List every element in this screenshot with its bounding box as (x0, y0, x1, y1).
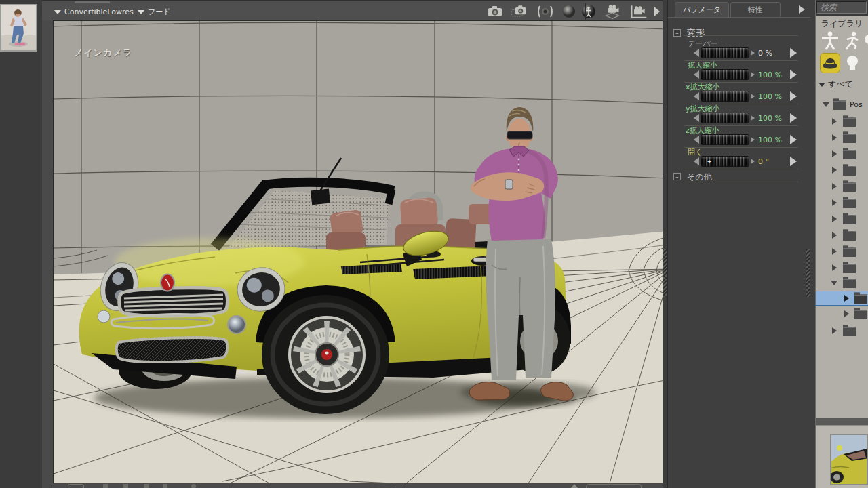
collapsed-icon[interactable] (832, 199, 837, 206)
collapsed-icon[interactable] (832, 232, 837, 239)
collapsed-icon[interactable] (832, 167, 837, 174)
dial-scale: 拡大縮小 100 % (668, 60, 811, 69)
dial-menu-arrow[interactable] (790, 113, 797, 123)
dial-increment-arrow[interactable] (751, 115, 755, 121)
tracking-icon[interactable] (123, 484, 128, 488)
collapsed-icon[interactable] (832, 183, 837, 190)
main-camera-viewport[interactable]: メインカメラ (53, 20, 669, 484)
expand-icon[interactable] (831, 281, 837, 285)
tree-row[interactable] (816, 115, 868, 129)
chevron-down-icon (138, 10, 144, 14)
dial-decrement-arrow[interactable] (694, 49, 699, 57)
dial-knob[interactable] (701, 134, 749, 145)
dial-label: z拡大縮小 (686, 125, 811, 134)
camera-name-label[interactable]: メインカメラ (74, 47, 132, 59)
library-panel: 検索 ライブラリ すべて (810, 0, 868, 488)
tree-row[interactable] (816, 147, 868, 162)
tree-row[interactable] (816, 163, 868, 178)
dial-decrement-arrow[interactable] (694, 70, 699, 79)
dial-decrement-arrow[interactable] (694, 136, 699, 144)
dial-increment-arrow[interactable] (751, 159, 755, 164)
tree-row[interactable] (816, 324, 868, 339)
dial-menu-arrow[interactable] (790, 135, 797, 144)
divider-grip[interactable] (663, 249, 667, 297)
collapsed-icon[interactable] (832, 248, 837, 255)
depth-cue-icon[interactable] (103, 484, 108, 488)
main-camera-icon[interactable] (487, 4, 505, 19)
panel-divider[interactable] (663, 0, 667, 488)
orbit-sphere-icon[interactable] (560, 4, 578, 19)
collapsed-icon[interactable] (832, 216, 837, 222)
lens-icon[interactable] (536, 4, 554, 19)
dial-knob[interactable] (701, 47, 749, 58)
tree-row-expanded[interactable] (816, 276, 868, 291)
figure-orbit-sphere-icon[interactable] (580, 4, 597, 19)
tree-row-selected[interactable] (816, 291, 868, 306)
collapse-toggle[interactable]: – (673, 29, 681, 37)
expand-icon[interactable] (823, 102, 829, 107)
folder-icon (843, 182, 856, 192)
dial-increment-arrow[interactable] (751, 72, 755, 77)
folder-icon (854, 310, 867, 319)
ground-shadow-icon[interactable] (68, 484, 84, 488)
dial-decrement-arrow[interactable] (694, 92, 699, 100)
dial-menu-arrow[interactable] (790, 157, 797, 166)
collapsed-icon[interactable] (832, 264, 837, 271)
poses-category-icon[interactable] (844, 31, 861, 50)
dial-decrement-arrow[interactable] (694, 157, 699, 165)
hat-icon (821, 54, 840, 73)
tab-overflow-arrow-icon[interactable] (799, 5, 805, 14)
collapsed-icon[interactable] (844, 295, 849, 302)
clipped-category-icon[interactable] (864, 34, 868, 45)
dolly-camera-icon[interactable] (511, 4, 528, 19)
dial-increment-arrow[interactable] (751, 137, 755, 142)
collapsed-icon[interactable] (832, 134, 837, 141)
tree-row[interactable] (816, 180, 868, 195)
dial-increment-arrow[interactable] (751, 94, 755, 99)
tree-root-row[interactable]: Pos (816, 98, 868, 113)
tree-row[interactable] (816, 196, 868, 211)
dial-menu-arrow[interactable] (790, 92, 797, 101)
dial-menu-arrow[interactable] (790, 70, 797, 79)
dial-knob[interactable] (701, 91, 749, 102)
dial-increment-arrow[interactable] (751, 50, 755, 56)
more-arrow-icon[interactable] (652, 4, 662, 19)
tree-row[interactable] (816, 131, 868, 146)
tree-row[interactable] (816, 212, 868, 227)
other-section-header: – その他 (673, 169, 712, 183)
crew-camera-icon[interactable] (604, 4, 621, 19)
resize-handle-icon[interactable] (571, 484, 578, 488)
props-category-icon[interactable] (820, 53, 840, 73)
tab-properties[interactable]: 特性 (730, 2, 781, 17)
render-icon[interactable] (191, 484, 196, 488)
search-input[interactable]: 検索 (816, 1, 867, 14)
dial-knob[interactable] (701, 69, 749, 80)
library-divider[interactable] (810, 0, 816, 488)
figures-category-icon[interactable] (821, 31, 839, 50)
tree-row[interactable] (816, 228, 868, 243)
dial-menu-arrow[interactable] (790, 48, 797, 58)
library-filter-all[interactable]: すべて (818, 79, 853, 90)
folder-icon (843, 264, 856, 273)
folder-icon (843, 117, 856, 127)
collapse-toggle[interactable]: – (673, 173, 681, 180)
frame-camera-icon[interactable] (630, 4, 648, 19)
tree-scrollbar[interactable] (816, 418, 868, 426)
collapsed-icon[interactable] (832, 327, 837, 334)
tree-row[interactable] (816, 261, 868, 276)
dial-knob[interactable] (701, 113, 749, 123)
display-style-icon[interactable] (163, 484, 167, 488)
current-figure-dropdown[interactable]: ConvertibleLowres (54, 7, 134, 17)
current-part-dropdown[interactable]: フード (138, 7, 171, 17)
tab-parameters[interactable]: パラメータ (675, 2, 729, 17)
collapsed-icon[interactable] (844, 310, 849, 317)
tree-row[interactable] (816, 307, 868, 322)
tree-row[interactable] (816, 245, 868, 260)
library-item-preview[interactable] (830, 434, 868, 485)
collapsed-icon[interactable] (832, 118, 837, 125)
display-style-icon[interactable] (144, 484, 149, 488)
dial-decrement-arrow[interactable] (694, 114, 699, 122)
collapsed-icon[interactable] (832, 150, 837, 157)
figure-thumbnail[interactable] (0, 4, 37, 52)
lights-category-icon[interactable] (845, 54, 860, 73)
